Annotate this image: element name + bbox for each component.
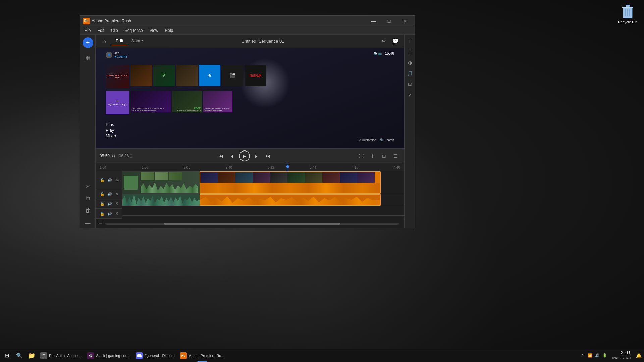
- video-clip-first[interactable]: [122, 171, 200, 194]
- menu-clip[interactable]: Clip: [110, 27, 119, 34]
- xbox-tiles-row2: 🎮 My games & apps The Dark Crystal: Age …: [106, 91, 232, 114]
- tile-game1[interactable]: [130, 65, 152, 86]
- menu-file[interactable]: File: [83, 27, 92, 34]
- media-icon: ▦: [85, 54, 90, 61]
- maximize-button[interactable]: □: [381, 16, 397, 26]
- notification-button[interactable]: 🔔: [633, 349, 644, 362]
- audio-mic-2[interactable]: 🎙: [114, 201, 120, 207]
- menu-bar: File Edit Clip Sequence View Help: [80, 26, 415, 35]
- step-back-button[interactable]: ⏴: [228, 151, 237, 161]
- audio-clip-first[interactable]: [122, 194, 200, 206]
- audio-lock-2[interactable]: 🔒: [99, 201, 105, 207]
- taskbar-app-premiere-rush[interactable]: Ru Adobe Premiere Ru...: [177, 349, 227, 362]
- step-forward-button[interactable]: ⏵: [252, 151, 261, 161]
- tile-zombie-army[interactable]: ZOMBIE ARMY 4 DEAD WAR: [106, 65, 129, 88]
- timeline-scroll-thumb: [164, 223, 340, 225]
- volume-button[interactable]: 🔊: [107, 177, 113, 183]
- tray-battery[interactable]: 🔋: [601, 352, 608, 359]
- xbox-customise-btn[interactable]: ⚙ Customise: [358, 138, 376, 142]
- skip-forward-button[interactable]: ⏭: [263, 151, 273, 161]
- audio-clip-second[interactable]: [200, 194, 381, 206]
- undo-button[interactable]: ↩: [379, 37, 388, 46]
- sidebar-panel-button[interactable]: ▬: [83, 217, 93, 228]
- xbox-menu-pins[interactable]: Pins: [106, 122, 116, 127]
- copy-icon: ⧉: [86, 195, 90, 201]
- tile-my-games[interactable]: 🎮 My games & apps: [106, 91, 129, 114]
- taskbar-app-edit-article[interactable]: E Edit Article Adobe ...: [38, 349, 85, 362]
- current-time: 05:50 ss: [100, 154, 115, 158]
- start-icon: ⊞: [5, 352, 9, 359]
- taskbar-app-discord[interactable]: #general - Discord: [133, 349, 177, 362]
- ruler-mark-3: 2:40: [226, 166, 232, 169]
- grid-tool-button[interactable]: ⊞: [406, 80, 414, 88]
- audio-lock-3[interactable]: 🔒: [99, 210, 105, 217]
- recycle-bin[interactable]: Recycle Bin: [618, 3, 637, 24]
- fullscreen-button[interactable]: ⛶: [357, 151, 366, 161]
- tile-dark-crystal: The Dark Crystal: Age of Resistance Tact…: [130, 91, 171, 112]
- audio-vol-3[interactable]: 🔊: [107, 210, 113, 217]
- sidebar-scissors-button[interactable]: ✂: [83, 181, 93, 192]
- video-clip-second[interactable]: 🎬: [200, 171, 381, 194]
- text-icon: T: [408, 39, 411, 44]
- taskbar-clock[interactable]: 21:11 09/02/2020: [609, 351, 633, 361]
- xbox-menu-play[interactable]: Play: [106, 128, 116, 133]
- tile-origins[interactable]: [176, 65, 198, 86]
- clip-thumb-7: [305, 172, 322, 183]
- audio-mic-3[interactable]: 🎙: [114, 210, 120, 217]
- tile-clapperboard[interactable]: 🎬: [222, 65, 243, 86]
- audio-waveform-first: [122, 194, 200, 206]
- play-button[interactable]: ▶: [239, 150, 250, 161]
- crop-tool-button[interactable]: ⛶: [406, 48, 414, 56]
- eye-button[interactable]: 👁: [114, 177, 120, 183]
- tab-edit[interactable]: Edit: [112, 37, 127, 45]
- plus-icon: +: [86, 39, 90, 47]
- tile-edge[interactable]: e: [199, 65, 220, 86]
- tab-share[interactable]: Share: [127, 37, 147, 45]
- export-button[interactable]: ⬆: [368, 151, 377, 161]
- taskbar-date: 09/02/2020: [612, 356, 631, 360]
- audio-vol-1[interactable]: 🔊: [107, 191, 113, 197]
- comment-button[interactable]: 💬: [391, 37, 400, 46]
- fit-button[interactable]: ⊡: [379, 151, 389, 161]
- xbox-time: 📡 📺 15:46: [373, 51, 394, 55]
- menu-view[interactable]: View: [148, 27, 160, 34]
- home-button[interactable]: ⌂: [100, 37, 109, 46]
- menu-edit[interactable]: Edit: [96, 27, 106, 34]
- taskbar-app-slack[interactable]: Slack | gaming-cen...: [85, 349, 133, 362]
- skip-back-button[interactable]: ⏮: [216, 151, 226, 161]
- start-button[interactable]: ⊞: [0, 349, 13, 362]
- tile-shop[interactable]: 🛍: [153, 65, 175, 86]
- timeline-list-button[interactable]: ☰: [98, 221, 103, 226]
- close-button[interactable]: ✕: [397, 16, 412, 26]
- xbox-menu-mixer[interactable]: Mixer: [106, 133, 116, 138]
- menu-help[interactable]: Help: [164, 27, 175, 34]
- audio-tool-button[interactable]: 🎵: [406, 69, 414, 77]
- transport-right: ⛶ ⬆ ⊡ ☰: [357, 151, 400, 161]
- tile-netflix[interactable]: NETFLIX: [245, 65, 266, 86]
- menu-sequence[interactable]: Sequence: [123, 27, 144, 34]
- lock-button[interactable]: 🔒: [99, 177, 105, 183]
- audio-mic-1[interactable]: 🎙: [114, 191, 120, 197]
- resize-tool-button[interactable]: ⤢: [406, 91, 414, 99]
- playhead-marker[interactable]: [287, 163, 287, 171]
- tray-volume[interactable]: 🔊: [594, 352, 601, 359]
- add-media-button[interactable]: +: [83, 37, 93, 48]
- xbox-search-btn[interactable]: 🔍 Search: [380, 138, 394, 142]
- file-explorer-button[interactable]: 📁: [25, 350, 38, 362]
- audio-lock-1[interactable]: 🔒: [99, 191, 105, 197]
- sidebar-trash-button[interactable]: 🗑: [83, 205, 93, 216]
- sidebar-media-button[interactable]: ▦: [83, 52, 93, 63]
- grid-icon: ⊞: [408, 81, 412, 87]
- minimize-button[interactable]: —: [366, 16, 381, 26]
- text-tool-button[interactable]: T: [406, 37, 414, 45]
- ruler-mark-1: 1:36: [142, 166, 148, 169]
- timeline-scrollbar[interactable]: [105, 223, 399, 225]
- tray-network[interactable]: 📶: [587, 352, 593, 359]
- audio-vol-2[interactable]: 🔊: [107, 201, 113, 207]
- menu-btn[interactable]: ☰: [391, 151, 400, 161]
- resize-icon: ⤢: [408, 92, 412, 98]
- tray-expand[interactable]: ^: [579, 352, 586, 359]
- taskbar-search-button[interactable]: 🔍: [13, 350, 25, 362]
- color-tool-button[interactable]: ◑: [406, 59, 414, 67]
- sidebar-copy-button[interactable]: ⧉: [83, 193, 93, 204]
